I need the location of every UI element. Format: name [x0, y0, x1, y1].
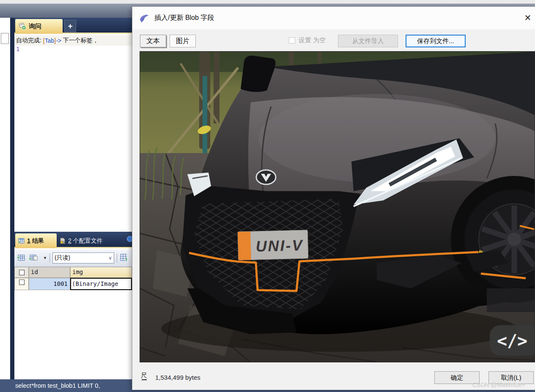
- set-null-checkbox[interactable]: [289, 37, 295, 44]
- license-plate: UNI-V: [238, 230, 308, 260]
- sqlyog-dolphin-icon: [139, 13, 150, 23]
- query-tab-bar: 询问 +: [14, 18, 132, 34]
- result-grid: id img 1001 (Binary/Image: [14, 267, 132, 290]
- badge-text: </>: [497, 331, 527, 351]
- editor-line-number: 1: [16, 46, 19, 52]
- changan-logo: [256, 170, 276, 184]
- set-null-control: 设置 为空: [289, 36, 326, 44]
- new-tab-button[interactable]: +: [64, 20, 76, 32]
- set-null-label: 设置 为空: [299, 36, 326, 44]
- toolbar-separator: [49, 253, 50, 263]
- profiles-icon: [59, 238, 66, 244]
- results-toolbar: ▼ (只读) ∨: [14, 249, 132, 267]
- tab-text-mode[interactable]: 文本: [140, 35, 166, 47]
- autocomplete-hint: 自动完成: [Tab]-> 下一个标签，: [14, 35, 132, 46]
- column-header-img[interactable]: img: [70, 267, 132, 278]
- header-select-all[interactable]: [14, 267, 29, 278]
- export-options-icon[interactable]: [28, 254, 41, 262]
- window-top-strip: [0, 0, 535, 3]
- cell-id[interactable]: 1001: [29, 278, 70, 290]
- blob-size-text: 1,534,499 bytes: [155, 374, 200, 381]
- result-mode-select[interactable]: (只读) ∨: [52, 252, 114, 263]
- tab-query-label: 询问: [29, 22, 41, 30]
- combo-chevron-icon: ∨: [108, 255, 112, 261]
- size-icon: 尺: [141, 372, 147, 380]
- query-file-icon: [19, 23, 26, 30]
- cell-img-selected[interactable]: (Binary/Image: [70, 278, 132, 290]
- car-photo: UNI-V </>: [140, 52, 535, 362]
- close-icon[interactable]: ✕: [522, 12, 533, 23]
- add-row-icon-partial[interactable]: [120, 253, 127, 263]
- csdn-code-badge: </>: [490, 325, 535, 356]
- plate-text: UNI-V: [255, 236, 304, 255]
- tab-profiles-num: 2: [68, 237, 71, 244]
- tab-query[interactable]: 询问: [15, 19, 63, 34]
- toolbar-separator: [117, 253, 117, 263]
- tab-results-num: 1: [27, 237, 30, 244]
- grid-header-row: id img: [14, 267, 132, 278]
- tab-image-mode[interactable]: 图片: [170, 35, 196, 47]
- screen: 询问 + 自动完成: [Tab]-> 下一个标签， 1 1 结果 2 个配: [0, 0, 535, 392]
- column-header-id[interactable]: id: [29, 267, 70, 278]
- query-editor-panel[interactable]: 询问 + 自动完成: [Tab]-> 下一个标签， 1: [14, 18, 132, 379]
- dialog-title-bar[interactable]: 插入/更新 Blob 字段: [132, 7, 535, 29]
- import-from-file-button[interactable]: 从文件导入: [338, 35, 398, 47]
- save-to-file-button[interactable]: 保存到文件...: [406, 35, 466, 47]
- export-grid-icon[interactable]: [16, 254, 25, 262]
- blob-image-preview: UNI-V </>: [140, 51, 535, 362]
- row-checkbox[interactable]: [19, 280, 25, 285]
- object-browser-strip: [0, 18, 10, 379]
- export-dropdown-caret[interactable]: ▼: [43, 256, 47, 260]
- tab-results[interactable]: 1 结果: [15, 233, 57, 248]
- dialog-title: 插入/更新 Blob 字段: [154, 14, 214, 22]
- csdn-watermark: CSDN @Maximize+: [472, 381, 525, 388]
- table-row: 1001 (Binary/Image: [14, 278, 132, 290]
- result-mode-value: (只读): [55, 254, 70, 262]
- tab-profiles[interactable]: 2 个配置文件: [58, 233, 126, 248]
- results-tab-bar: 1 结果 2 个配置文件: [14, 232, 132, 248]
- row-select-cell[interactable]: [14, 278, 29, 290]
- panel-divider[interactable]: [10, 18, 14, 379]
- results-grid-icon: [18, 238, 25, 244]
- tab-profiles-label: 个配置文件: [73, 237, 103, 244]
- tab-results-label: 结果: [32, 237, 44, 244]
- blob-dialog: 插入/更新 Blob 字段 ✕ 文本 图片 设置 为空 从文件导入 保存到文件.…: [132, 6, 535, 390]
- object-browser-item[interactable]: [1, 33, 9, 44]
- select-all-checkbox[interactable]: [19, 270, 25, 275]
- status-sql-text: select*from test_blob1 LIMIT 0,: [15, 382, 100, 389]
